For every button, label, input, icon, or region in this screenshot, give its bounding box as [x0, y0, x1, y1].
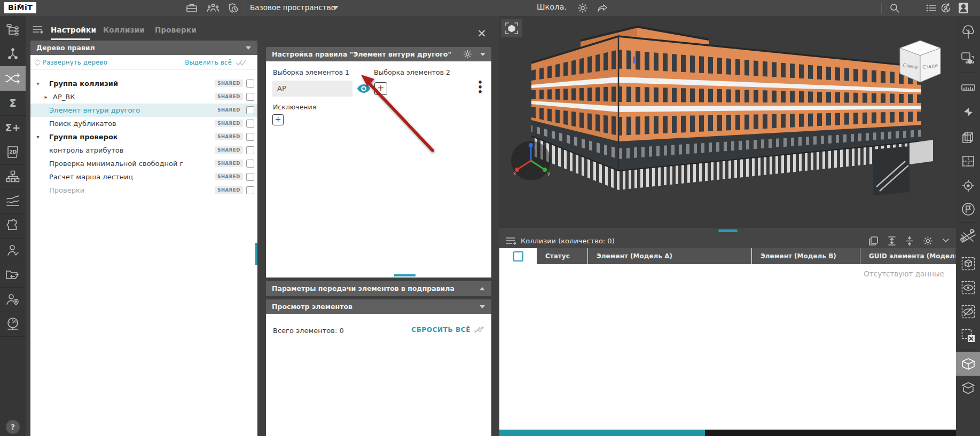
tree-row[interactable]: Проверка минимальной свободной площади с…: [30, 157, 257, 170]
table-gear-icon[interactable]: [923, 236, 933, 246]
column-header[interactable]: Элемент (Модель B): [752, 248, 860, 264]
rule-hscrollbar[interactable]: [394, 274, 415, 276]
floor-plan-icon[interactable]: [956, 149, 980, 173]
tree-row[interactable]: ▾Группа коллизийSHARED: [30, 77, 257, 90]
view-elements-header[interactable]: Просмотр элементов: [266, 299, 491, 314]
sync-user-icon[interactable]: [939, 2, 953, 14]
user-check-icon[interactable]: [0, 238, 26, 263]
hide-elements-icon[interactable]: [956, 300, 980, 323]
cube-dashed-icon[interactable]: [956, 252, 980, 275]
tree-row[interactable]: ▾Группа проверокSHARED: [30, 130, 257, 144]
chevron-down-icon[interactable]: [942, 238, 950, 243]
show-elements-icon[interactable]: [956, 276, 980, 299]
org-chart-icon[interactable]: [0, 164, 26, 189]
column-header[interactable]: Элемент (Модель А): [588, 248, 752, 264]
tree-item-checkbox[interactable]: [246, 106, 254, 114]
tab-collisions[interactable]: Коллизии: [103, 26, 145, 34]
bimit-logo[interactable]: BiMiT: [4, 2, 36, 13]
2d-view-icon[interactable]: 2D: [0, 140, 26, 165]
tree-row[interactable]: контроль атрибутовSHARED: [30, 144, 257, 157]
briefcase-icon[interactable]: [185, 2, 199, 14]
rule-gear-icon[interactable]: [463, 50, 472, 59]
flash-icon[interactable]: [956, 100, 980, 124]
collapse-caret-icon[interactable]: [480, 305, 485, 308]
tree-row[interactable]: Расчет марша лестницSHARED: [30, 170, 257, 184]
rule-collapse-caret-icon[interactable]: [480, 53, 485, 56]
expand-caret-icon[interactable]: [480, 287, 485, 290]
axes-grid-icon[interactable]: 12: [956, 224, 980, 248]
select-all-checkbox-cell[interactable]: [499, 248, 537, 264]
locate-icon[interactable]: [956, 174, 980, 197]
viewport-3d[interactable]: zxy Слева Сзади: [499, 16, 956, 228]
share-icon[interactable]: [595, 2, 609, 14]
tree-item-checkbox[interactable]: [246, 80, 254, 88]
tree-item-checkbox[interactable]: [246, 146, 254, 154]
transfer-params-header[interactable]: Параметры передачи элементов в подправил…: [266, 281, 491, 296]
list-icon[interactable]: [924, 2, 938, 14]
preview-eye-icon[interactable]: [357, 83, 371, 94]
tree-row[interactable]: ▸АР_ВКSHARED: [30, 90, 257, 104]
graphs-icon[interactable]: [0, 189, 26, 214]
navigation-cube[interactable]: Слева Сзади: [896, 38, 945, 84]
tree-item-checkbox[interactable]: [246, 93, 254, 101]
user-badge-icon[interactable]: [959, 3, 968, 13]
copy-rows-icon[interactable]: [868, 236, 879, 246]
plugin-icon[interactable]: [0, 213, 26, 239]
isolate-box-icon[interactable]: [956, 352, 980, 376]
column-header[interactable]: Статус: [537, 248, 588, 264]
panel-drag-handle[interactable]: [718, 229, 738, 232]
rule-more-menu-icon[interactable]: •••: [477, 81, 483, 95]
expand-tree-link[interactable]: Развернуть дерево: [43, 59, 107, 66]
tab-checks[interactable]: Проверки: [155, 26, 197, 34]
tree-item-checkbox[interactable]: [246, 133, 254, 141]
building-model[interactable]: [499, 16, 956, 228]
model-tree-icon[interactable]: [0, 17, 26, 42]
selection1-input[interactable]: АР: [272, 81, 352, 97]
workspace-selector[interactable]: Базовое пространство: [250, 3, 335, 12]
tree-item-checkbox[interactable]: [246, 186, 254, 194]
reset-all-link[interactable]: СБРОСИТЬ ВСЁ: [411, 326, 484, 334]
workspace-caret-icon[interactable]: [332, 6, 339, 10]
folder-export-icon[interactable]: [0, 263, 26, 288]
user-location-icon[interactable]: [0, 287, 26, 312]
collapse-caret-icon[interactable]: [246, 46, 251, 50]
flag-icon[interactable]: [956, 197, 980, 221]
tree-row[interactable]: Элемент внтури другогоSHARED: [30, 104, 257, 117]
collapse-rows-icon[interactable]: [905, 236, 914, 246]
search-icon[interactable]: [888, 2, 901, 14]
add-selection2-button[interactable]: +: [374, 82, 387, 95]
path-nodes-icon[interactable]: [0, 42, 26, 67]
tree-scrollbar[interactable]: [255, 243, 257, 265]
panel-menu-icon[interactable]: [32, 25, 44, 35]
section-cube-icon[interactable]: [956, 125, 980, 148]
vegetation-icon[interactable]: [956, 20, 980, 44]
axis-gizmo[interactable]: zxy: [509, 139, 553, 183]
tab-settings[interactable]: Настройки: [51, 26, 96, 34]
tree-item-checkbox[interactable]: [246, 173, 254, 181]
help-button[interactable]: ?: [6, 420, 20, 434]
shield-clock-icon[interactable]: [226, 2, 240, 14]
tree-row[interactable]: ПроверкиSHARED: [30, 184, 257, 197]
tree-item-checkbox[interactable]: [246, 120, 254, 128]
sum-icon[interactable]: Σ: [0, 91, 26, 116]
column-header[interactable]: GUID элемента (Модель А): [860, 248, 955, 264]
expand-arrow-icon[interactable]: ▾: [34, 134, 42, 140]
close-icon[interactable]: ✕: [476, 28, 488, 39]
ruler-icon[interactable]: [956, 76, 980, 99]
section-box-icon[interactable]: [956, 377, 980, 400]
add-exception-button[interactable]: +: [272, 114, 284, 125]
clear-selection-icon[interactable]: [956, 324, 980, 347]
tree-row[interactable]: Поиск дубликатовSHARED: [30, 117, 257, 130]
select-all-link[interactable]: Выделить всё: [185, 59, 246, 66]
tree-panel-header[interactable]: Дерево правил: [30, 41, 257, 55]
sum-plus-icon[interactable]: Σ+: [0, 115, 26, 140]
tree-item-checkbox[interactable]: [246, 160, 254, 168]
rule-panel-header[interactable]: Настройка правила "Элемент внтури другог…: [266, 47, 491, 61]
expand-arrow-icon[interactable]: ▾: [34, 81, 42, 86]
select-all-checkbox[interactable]: [513, 251, 523, 261]
collapse-arrow-icon[interactable]: ▸: [42, 94, 50, 100]
select-elements-tool-button[interactable]: [501, 19, 522, 37]
row-height-icon[interactable]: [888, 236, 896, 246]
gauge-icon[interactable]: [0, 312, 26, 337]
team-icon[interactable]: [206, 2, 220, 14]
